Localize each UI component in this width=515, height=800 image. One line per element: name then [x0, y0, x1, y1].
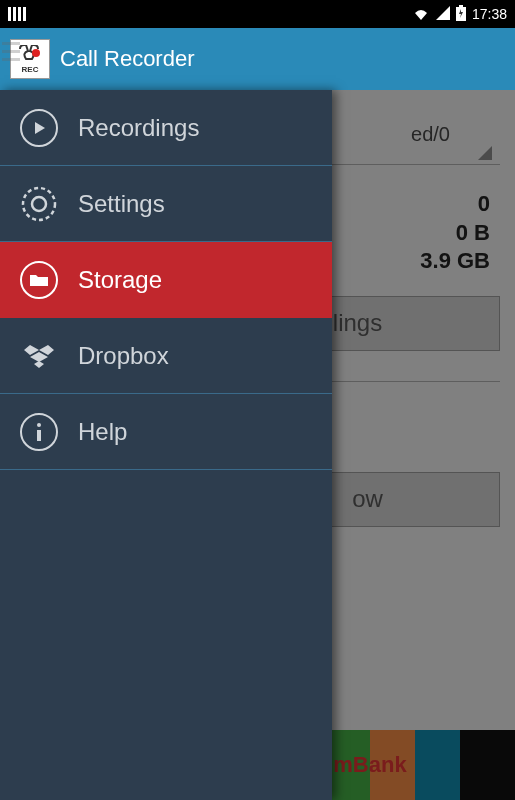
- svg-point-5: [37, 423, 41, 427]
- svg-rect-6: [37, 430, 41, 441]
- nav-drawer: Recordings Settings Storage Dropbox: [0, 90, 332, 800]
- drawer-label: Dropbox: [78, 342, 169, 370]
- signal-icon: [436, 6, 450, 23]
- ad-text: mBank: [333, 752, 406, 778]
- status-time: 17:38: [472, 6, 507, 22]
- drawer-item-help[interactable]: Help: [0, 394, 332, 470]
- drawer-item-storage[interactable]: Storage: [0, 242, 332, 318]
- drawer-label: Storage: [78, 266, 162, 294]
- folder-icon: [18, 259, 60, 301]
- drawer-label: Settings: [78, 190, 165, 218]
- status-right: 17:38: [412, 5, 507, 24]
- info-icon: [18, 411, 60, 453]
- svg-point-2: [32, 49, 40, 57]
- svg-rect-1: [459, 5, 463, 7]
- action-bar: REC Call Recorder: [0, 28, 515, 90]
- dropbox-icon: [18, 335, 60, 377]
- wifi-icon: [412, 6, 430, 23]
- drawer-label: Help: [78, 418, 127, 446]
- drawer-item-dropbox[interactable]: Dropbox: [0, 318, 332, 394]
- menu-icon[interactable]: [2, 42, 20, 61]
- gear-icon: [18, 183, 60, 225]
- status-left: [8, 7, 26, 21]
- drawer-label: Recordings: [78, 114, 199, 142]
- drawer-item-recordings[interactable]: Recordings: [0, 90, 332, 166]
- app-title: Call Recorder: [60, 46, 195, 72]
- svg-point-3: [23, 188, 55, 220]
- play-icon: [18, 107, 60, 149]
- drawer-item-settings[interactable]: Settings: [0, 166, 332, 242]
- battery-icon: [456, 5, 466, 24]
- spinner-text: ed/0: [411, 123, 450, 145]
- svg-point-4: [32, 197, 46, 211]
- status-bar: 17:38: [0, 0, 515, 28]
